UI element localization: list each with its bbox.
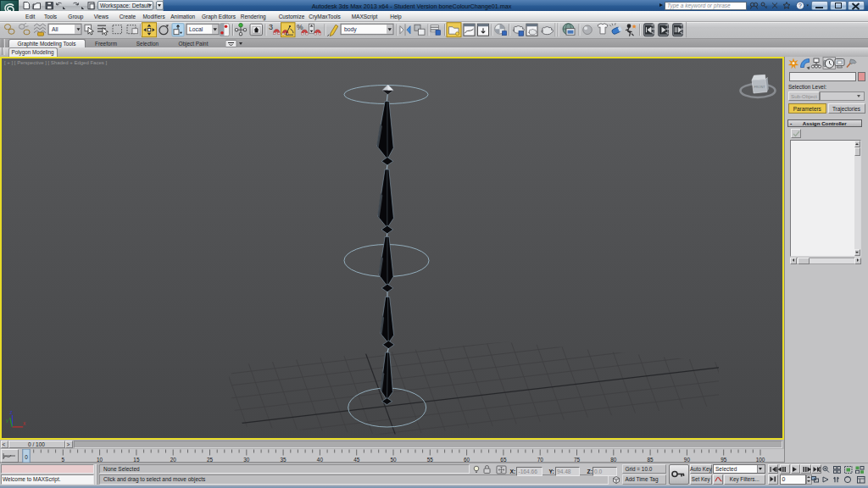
svg-text:%: % [297, 22, 303, 30]
svg-text:20: 20 [170, 456, 177, 462]
svg-text:3: 3 [269, 23, 273, 31]
svg-text:90: 90 [684, 456, 691, 462]
svg-text:25: 25 [207, 456, 214, 462]
svg-text:75: 75 [574, 456, 581, 462]
svg-text:65: 65 [500, 456, 507, 462]
svg-text:55: 55 [427, 456, 434, 462]
svg-text:10: 10 [97, 456, 103, 462]
svg-text:y: y [6, 417, 8, 422]
svg-text:Local: Local [189, 26, 203, 32]
svg-text:35: 35 [281, 456, 287, 462]
svg-text:70: 70 [537, 456, 544, 462]
svg-text:5: 5 [62, 456, 65, 462]
svg-text:0: 0 [25, 453, 28, 459]
svg-text:body: body [344, 26, 357, 33]
svg-text:15: 15 [133, 456, 140, 462]
svg-text:z: z [10, 409, 13, 415]
svg-text:100: 100 [756, 456, 765, 462]
svg-text:95: 95 [721, 456, 727, 462]
svg-text:45: 45 [353, 456, 360, 462]
svg-text:60: 60 [464, 456, 470, 462]
svg-text:85: 85 [648, 456, 654, 462]
svg-text:40: 40 [317, 456, 324, 462]
svg-text:?: ? [798, 3, 802, 8]
svg-text:30: 30 [243, 456, 250, 462]
svg-text:All: All [52, 26, 58, 32]
svg-text:50: 50 [390, 456, 397, 462]
svg-text:x: x [23, 420, 26, 426]
svg-text:80: 80 [610, 456, 617, 462]
svg-text:FRONT: FRONT [754, 86, 765, 89]
